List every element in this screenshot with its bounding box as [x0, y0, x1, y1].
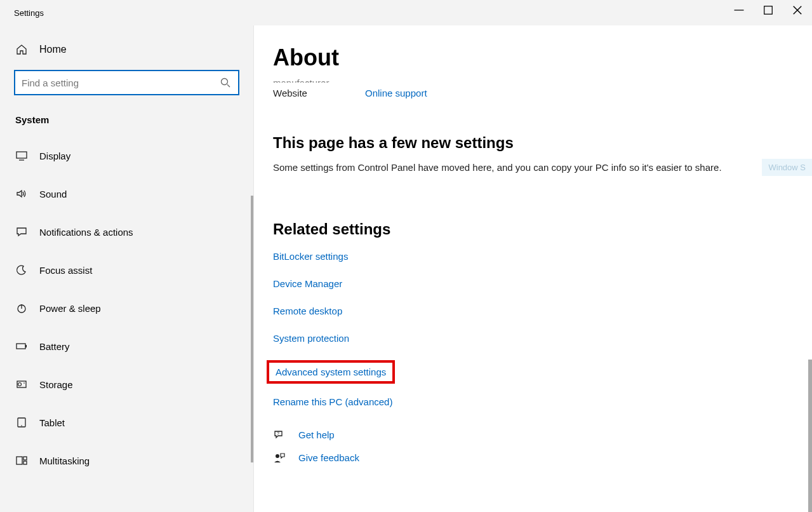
sidebar-item-sound[interactable]: Sound [0, 175, 253, 213]
sidebar-item-label: Battery [39, 341, 70, 352]
give-feedback-link[interactable]: Give feedback [298, 452, 359, 463]
related-heading: Related settings [273, 220, 793, 238]
online-support-link[interactable]: Online support [365, 88, 427, 98]
advanced-system-highlight: Advanced system settings [267, 360, 395, 384]
sidebar-item-label: Multitasking [39, 455, 90, 466]
manufacturer-row-cut: manufacturer [273, 77, 793, 83]
close-icon [791, 4, 804, 17]
device-manager-link[interactable]: Device Manager [273, 278, 342, 289]
sidebar-item-label: Tablet [39, 417, 65, 428]
svg-point-4 [222, 79, 228, 85]
svg-text:?: ? [277, 431, 279, 436]
svg-rect-19 [23, 461, 27, 464]
sidebar-item-tablet[interactable]: Tablet [0, 403, 253, 441]
main: About manufacturer Website Online suppor… [254, 25, 812, 512]
minimize-button[interactable] [724, 0, 754, 20]
bitlocker-link[interactable]: BitLocker settings [273, 251, 348, 262]
maximize-icon [762, 4, 775, 17]
svg-point-16 [21, 425, 22, 426]
close-button[interactable] [783, 0, 812, 20]
svg-rect-11 [25, 345, 27, 347]
category-title: System [0, 108, 253, 137]
svg-point-13 [18, 383, 22, 386]
help-bubble-icon: ? [273, 429, 286, 441]
search-icon [219, 76, 232, 89]
home-icon [15, 43, 28, 56]
speaker-icon [15, 187, 28, 200]
window-title: Settings [14, 8, 44, 18]
remote-desktop-link[interactable]: Remote desktop [273, 306, 342, 316]
battery-icon [15, 340, 28, 353]
sidebar-item-label: Notifications & actions [39, 227, 133, 238]
page-title: About [273, 44, 793, 71]
home-button[interactable]: Home [0, 36, 253, 64]
sidebar-item-label: Sound [39, 189, 67, 199]
minimize-icon [733, 4, 745, 17]
new-settings-heading: This page has a few new settings [273, 134, 793, 152]
faded-suggestion-pill: Window S [762, 159, 812, 176]
sidebar-item-label: Focus assist [39, 265, 92, 276]
sidebar-item-storage[interactable]: Storage [0, 365, 253, 403]
svg-line-5 [227, 84, 230, 87]
power-icon [15, 302, 28, 314]
main-scrollbar[interactable] [808, 360, 812, 512]
title-bar: Settings [0, 0, 812, 25]
svg-rect-6 [17, 152, 27, 158]
home-label: Home [39, 44, 67, 55]
get-help-row[interactable]: ? Get help [273, 429, 793, 441]
sidebar-item-battery[interactable]: Battery [0, 327, 253, 365]
window-controls [724, 0, 812, 20]
advanced-system-link[interactable]: Advanced system settings [276, 367, 386, 377]
maximize-button[interactable] [754, 0, 783, 20]
message-icon [15, 226, 28, 238]
monitor-icon [15, 149, 28, 162]
search-input[interactable] [22, 77, 214, 88]
tablet-icon [15, 416, 28, 429]
website-row: Website Online support [273, 88, 793, 98]
system-protection-link[interactable]: System protection [273, 333, 349, 344]
sidebar-item-multitasking[interactable]: Multitasking [0, 441, 253, 480]
get-help-link[interactable]: Get help [298, 429, 335, 440]
new-settings-sub: Some settings from Control Panel have mo… [273, 161, 793, 175]
sidebar-item-label: Power & sleep [39, 303, 101, 314]
svg-rect-1 [764, 6, 773, 15]
sidebar-item-focus-assist[interactable]: Focus assist [0, 251, 253, 289]
svg-point-21 [276, 454, 279, 458]
sidebar-item-power-sleep[interactable]: Power & sleep [0, 289, 253, 327]
sidebar-item-label: Storage [39, 379, 73, 390]
svg-rect-10 [17, 344, 25, 349]
storage-icon [15, 378, 28, 391]
website-label: Website [273, 88, 365, 98]
rename-pc-link[interactable]: Rename this PC (advanced) [273, 396, 392, 407]
sidebar-item-label: Display [39, 151, 70, 161]
sidebar: Home System Display Sound Notifications … [0, 25, 254, 512]
svg-rect-18 [23, 457, 27, 460]
sidebar-item-display[interactable]: Display [0, 137, 253, 175]
multitask-icon [15, 454, 28, 467]
search-box[interactable] [14, 70, 239, 95]
moon-icon [15, 264, 28, 276]
sidebar-item-notifications[interactable]: Notifications & actions [0, 213, 253, 251]
feedback-person-icon [273, 452, 286, 464]
sidebar-scrollbar[interactable] [251, 196, 253, 462]
svg-rect-17 [17, 457, 22, 464]
give-feedback-row[interactable]: Give feedback [273, 452, 793, 464]
